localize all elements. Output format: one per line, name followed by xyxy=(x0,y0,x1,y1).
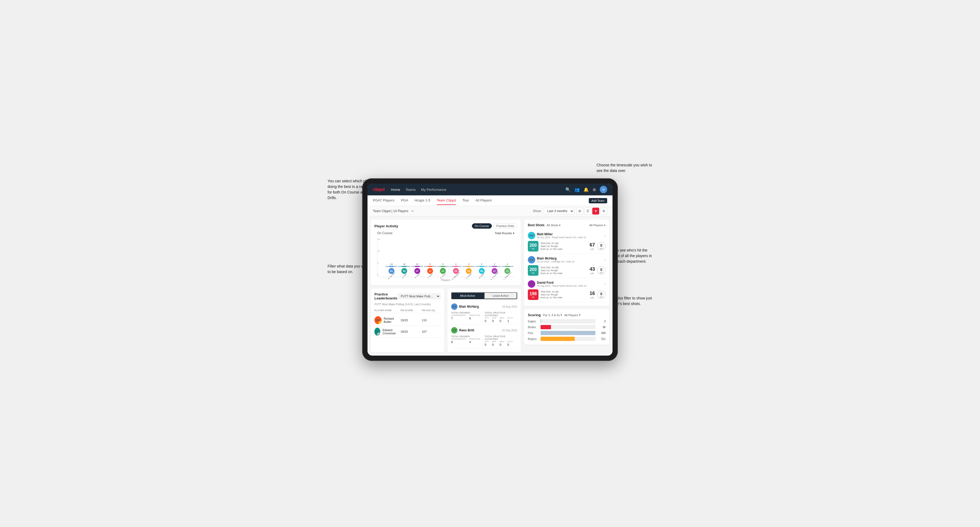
eagles-bar xyxy=(541,319,541,323)
timescale-select[interactable]: Last 3 months Last month Last 6 months L… xyxy=(544,208,574,214)
shot-score-badge-1: 200 SG xyxy=(528,241,538,252)
shot-details-1: 09 Jun 2023 · Royal North Devon GC, Hole… xyxy=(537,236,586,239)
grid-view-btn[interactable]: ⊞ xyxy=(576,208,583,214)
pars-label: Pars xyxy=(528,332,538,335)
shot-metrics-3: 198 SG Shot Dist: 16 yds Start Lie: Roug… xyxy=(528,289,606,300)
pars-count: 499 xyxy=(598,332,606,335)
nav-home[interactable]: Home xyxy=(391,187,400,193)
add-icon[interactable]: ⊕ xyxy=(593,187,596,192)
bell-icon[interactable]: 🔔 xyxy=(584,187,589,192)
shot-player-row-2: BM Blair McHarg 23 Jul 2023 · Ashridge G… xyxy=(528,256,606,264)
nav-performance[interactable]: My Performance xyxy=(421,187,446,193)
settings-view-btn[interactable]: ⚙ xyxy=(600,208,607,214)
scoring-players-dropdown[interactable]: All Players ▾ xyxy=(564,313,581,317)
activities-row-1: GTT 0 APP 0 xyxy=(485,317,517,322)
all-players-dropdown[interactable]: All Players▾ xyxy=(589,224,606,227)
chevron-right-icon-2: › xyxy=(604,258,606,262)
all-shots-dropdown[interactable]: All Shots▾ xyxy=(547,224,561,227)
bottom-row: Practice Leaderboards PUTT Must Make Put… xyxy=(371,289,521,352)
shot-zero-2: 0 yds xyxy=(597,266,606,275)
activity-player-1: BM Blair McHarg 26 Aug 2023 Total Rounds xyxy=(451,301,517,325)
tab-pgat-players[interactable]: PGAT Players xyxy=(373,196,395,205)
score-row-bogeys: Bogeys 311 xyxy=(528,337,606,341)
shot-yds-3: 16 yds xyxy=(590,290,595,299)
shot-zero-3: 0 yds xyxy=(597,290,606,299)
bar-group: 10 DF D. Ford xyxy=(411,263,423,277)
shot-player-row-3: DF David Ford 24 Aug 2023 · Royal North … xyxy=(528,280,606,288)
most-active-card: Most Active Least Active BM Blair McHarg xyxy=(447,289,521,352)
bar-group: 13 BM B. McHarg xyxy=(385,263,397,277)
rounds-section-1: Total Rounds Tournament 7 Practice xyxy=(451,311,484,322)
activity-name-1: BM Blair McHarg xyxy=(451,303,479,310)
shot-player-info-3: DF David Ford 24 Aug 2023 · Royal North … xyxy=(528,280,586,288)
player-score-1: 19/20 xyxy=(401,319,422,322)
tab-hcaps[interactable]: Hcaps 1-5 xyxy=(415,196,430,205)
y-axis: 15 10 5 0 xyxy=(377,237,380,277)
activity-player-2: RB Rees Britt 02 Sep 2023 Total Rounds xyxy=(451,325,517,349)
activities-section-1: Total Practice Activities GTT 0 APP xyxy=(485,311,517,322)
scoring-header: Scoring Par 3, 4 & 5s ▾ All Players ▾ xyxy=(528,313,606,317)
tab-team-clippd[interactable]: Team Clippd xyxy=(437,196,456,205)
user-avatar[interactable]: U xyxy=(600,186,607,193)
shot-player-details-1: Matt Miller 09 Jun 2023 · Royal North De… xyxy=(537,232,586,239)
practice-drills-toggle[interactable]: Practice Drills xyxy=(493,223,517,229)
scoring-card: Scoring Par 3, 4 & 5s ▾ All Players ▾ xyxy=(524,309,609,344)
list-view-btn[interactable]: ☰ xyxy=(584,208,591,214)
shot-player-info-2: BM Blair McHarg 23 Jul 2023 · Ashridge G… xyxy=(528,256,574,264)
tab-pga[interactable]: PGA xyxy=(401,196,408,205)
best-shots-header: Best Shots All Shots▾ All Players▾ xyxy=(528,223,606,227)
best-shots-tab[interactable]: Best Shots xyxy=(528,223,545,227)
shot-card-2: BM Blair McHarg 23 Jul 2023 · Ashridge G… xyxy=(528,254,606,278)
tab-all-players[interactable]: All Players xyxy=(476,196,492,205)
pars-bar-container xyxy=(541,331,595,335)
activity-date-1: 26 Aug 2023 xyxy=(502,305,517,308)
player-info-1: RB 1 Richard Butler xyxy=(374,316,401,324)
edit-icon[interactable]: ✏ xyxy=(412,209,414,213)
score-row-birdies: Birdies 96 xyxy=(528,325,606,329)
shot-metrics-1: 200 SG Shot Dist: 67 yds Start Lie: Roug… xyxy=(528,241,606,252)
practice-stat-1: Practice 6 xyxy=(469,314,480,320)
leaderboard-subtitle: PUTT Must Make Putting (3-6 ft). Last 3 … xyxy=(374,303,441,306)
filter-show: Show: Last 3 months Last month Last 6 mo… xyxy=(533,208,607,214)
shot-metrics-2: 200 SG Shot Dist: 43 yds Start Lie: Roug… xyxy=(528,265,606,276)
nav-teams[interactable]: Teams xyxy=(406,187,416,193)
player-avg-2: 107 xyxy=(422,330,441,333)
shot-avatar-1: MM xyxy=(528,232,535,239)
search-icon[interactable]: 🔍 xyxy=(565,187,571,192)
player-name-2: Edward Crossman xyxy=(382,329,401,335)
bogeys-count: 311 xyxy=(598,338,606,340)
least-active-tab[interactable]: Least Active xyxy=(484,292,517,299)
add-team-button[interactable]: Add Team xyxy=(589,198,607,203)
activities-row-2: GTT 0 APP 0 xyxy=(485,340,517,346)
bar-group: 2 LR L. Robertson xyxy=(501,263,514,277)
activities-label-1: Total Practice Activities xyxy=(485,311,517,317)
rank-badge-1: 1 xyxy=(379,321,382,324)
shot-player-info-1: MM Matt Miller 09 Jun 2023 · Royal North… xyxy=(528,232,586,239)
player-avg-1: 110 xyxy=(422,319,441,322)
shots-tabs: Best Shots All Shots▾ xyxy=(528,223,561,227)
tab-tour[interactable]: Tour xyxy=(462,196,469,205)
rounds-row-2: Tournament 8 Practice 4 xyxy=(451,338,484,344)
bar-group: 4 GB G. Billingham xyxy=(450,263,462,277)
player-activity-title: Player Activity xyxy=(374,224,398,228)
people-icon[interactable]: 👥 xyxy=(574,187,580,192)
on-course-label: On Course xyxy=(377,231,393,235)
rounds-label-1: Total Rounds xyxy=(451,311,484,314)
leaderboard-row-1: RB 1 Richard Butler 19/20 110 xyxy=(374,314,441,326)
on-course-toggle[interactable]: On Course xyxy=(472,223,492,229)
most-active-tab[interactable]: Most Active xyxy=(451,292,484,299)
bar-chart: 15 10 5 0 13 BM B. McHarg 12 BB B. xyxy=(377,237,514,277)
leaderboard-dropdown[interactable]: PUTT Must Make Putting ... xyxy=(398,294,441,299)
bar-group: 12 BB B. Britt xyxy=(398,263,410,277)
card-view-btn[interactable]: ♥ xyxy=(592,208,599,214)
shot-avatar-3: DF xyxy=(528,280,535,288)
par-filter-dropdown[interactable]: Par 3, 4 & 5s ▾ xyxy=(543,313,562,317)
chart-filter-dropdown[interactable]: Total Rounds ▾ xyxy=(495,232,514,235)
player-score-2: 18/20 xyxy=(401,330,422,333)
navbar: clippd Home Teams My Performance 🔍 👥 🔔 ⊕… xyxy=(368,184,612,195)
active-tabs: Most Active Least Active xyxy=(451,292,517,299)
eagles-count: 3 xyxy=(598,320,606,323)
birdies-label: Birdies xyxy=(528,326,538,329)
show-label: Show: xyxy=(533,209,542,213)
sub-tabs: PGAT Players PGA Hcaps 1-5 Team Clippd T… xyxy=(368,195,612,206)
